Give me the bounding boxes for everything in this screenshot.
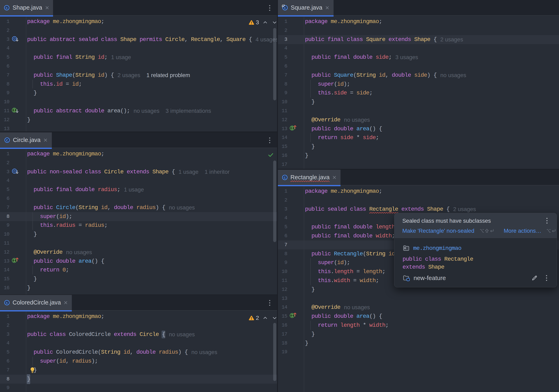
svg-text:C: C [6,301,8,304]
svg-text:C: C [6,138,8,142]
svg-text:C: C [284,6,286,9]
svg-text:C: C [6,6,8,9]
svg-text:C: C [284,176,286,179]
